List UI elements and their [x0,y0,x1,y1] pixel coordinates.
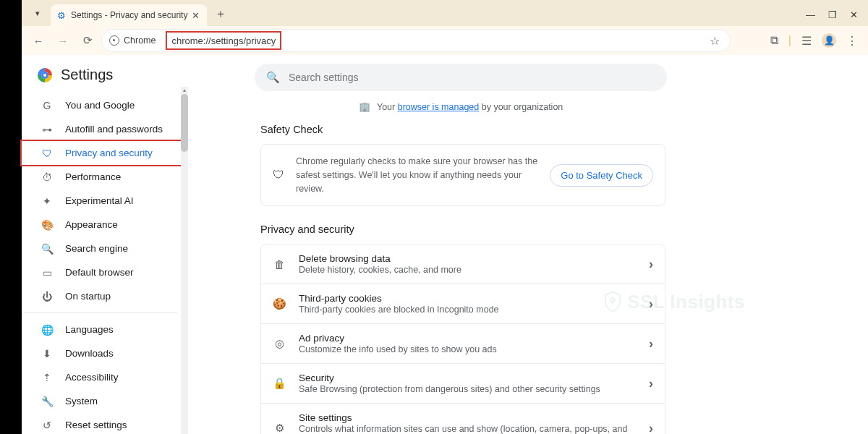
sidebar-item-languages[interactable]: 🌐Languages [22,318,178,341]
row-subtitle: Customize the info used by sites to show… [299,344,636,354]
sidebar-item-privacy-and-security[interactable]: 🛡Privacy and security [22,141,182,165]
sidebar-item-label: Experimental AI [65,195,134,206]
sidebar-item-appearance[interactable]: 🎨Appearance [22,213,178,237]
building-icon: 🏢 [359,101,370,112]
sidebar-item-label: You and Google [65,100,135,111]
sidebar-active-highlight: 🛡Privacy and security [20,140,184,166]
sidebar-item-icon: 🌐 [41,324,54,336]
sidebar-item-search-engine[interactable]: 🔍Search engine [22,237,178,260]
url-text: chrome://settings/privacy [171,35,276,46]
bookmark-star-icon[interactable]: ☆ [710,34,720,48]
reload-button[interactable]: ⟳ [77,30,98,51]
chevron-right-icon: › [649,336,653,352]
sidebar-item-icon: 🔧 [41,396,54,407]
sidebar-item-label: On startup [65,291,111,302]
settings-title: Settings [61,67,113,83]
privacy-row-delete-browsing-data[interactable]: 🗑Delete browsing dataDelete history, coo… [261,244,665,284]
sidebar-scrollbar-thumb[interactable] [181,94,188,152]
chevron-right-icon: › [649,376,653,391]
sidebar-item-reset-settings[interactable]: ↺Reset settings [22,413,178,434]
browser-toolbar: ← → ⟳ Chrome chrome://settings/privacy ☆… [22,26,868,55]
tab-strip: ▾ ⚙ Settings - Privacy and security ✕ ＋ … [22,0,868,26]
row-body: SecuritySafe Browsing (protection from d… [299,373,636,394]
sidebar-item-icon: ▭ [41,267,54,278]
settings-sidebar: Settings GYou and Google⊶Autofill and pa… [22,55,188,434]
managed-link[interactable]: browser is managed [398,102,480,112]
privacy-card: 🗑Delete browsing dataDelete history, coo… [260,244,665,434]
maximize-icon[interactable]: ❐ [828,9,837,20]
sidebar-item-icon: G [41,100,54,111]
safety-check-heading: Safety Check [260,119,839,144]
sidebar-item-you-and-google[interactable]: GYou and Google [22,93,178,117]
sidebar-item-performance[interactable]: ⏱Performance [22,165,178,189]
sidebar-item-label: Default browser [65,267,134,278]
sidebar-item-label: Performance [65,171,121,182]
window-controls: ― ❐ ✕ [806,9,868,26]
row-subtitle: Controls what information sites can use … [299,424,636,434]
row-body: Delete browsing dataDelete history, cook… [299,253,636,275]
back-button[interactable]: ← [27,30,49,51]
sidebar-item-icon: ⏱ [41,171,54,183]
row-icon: ◎ [273,337,286,350]
minimize-icon[interactable]: ― [806,9,815,20]
privacy-row-ad-privacy[interactable]: ◎Ad privacyCustomize the info used by si… [261,323,665,363]
sidebar-item-label: Reset settings [65,420,127,430]
search-icon: 🔍 [266,71,280,84]
url-highlight: chrome://settings/privacy [166,31,281,50]
site-chip: Chrome [109,35,160,46]
row-body: Third-party cookiesThird-party cookies a… [299,293,636,315]
sidebar-scrollbar-up[interactable]: ▴ [181,87,188,94]
separator: | [788,34,791,47]
row-icon: 🗑 [273,258,286,271]
privacy-row-third-party-cookies[interactable]: 🍪Third-party cookiesThird-party cookies … [261,284,665,323]
address-bar[interactable]: Chrome chrome://settings/privacy ☆ [101,29,731,52]
sidebar-item-label: Languages [65,324,114,335]
side-panel-icon[interactable]: ☰ [801,34,812,48]
sidebar-item-experimental-ai[interactable]: ✦Experimental AI [22,189,178,213]
chrome-logo-icon [38,68,52,82]
row-icon: 🔒 [273,377,286,390]
privacy-row-security[interactable]: 🔒SecuritySafe Browsing (protection from … [261,363,665,403]
forward-button[interactable]: → [52,30,74,51]
row-subtitle: Safe Browsing (protection from dangerous… [299,384,636,394]
settings-search[interactable]: 🔍 [255,64,667,91]
sidebar-item-default-browser[interactable]: ▭Default browser [22,260,178,284]
row-icon: 🍪 [273,297,286,310]
row-subtitle: Delete history, cookies, cache, and more [299,265,636,275]
profile-avatar[interactable]: 👤 [822,33,836,48]
sidebar-item-on-startup[interactable]: ⏻On startup [22,284,178,308]
privacy-row-site-settings[interactable]: ⚙Site settingsControls what information … [261,403,665,434]
sidebar-item-system[interactable]: 🔧System [22,389,178,413]
managed-banner: 🏢 Your browser is managed by your organi… [255,91,667,119]
extensions-icon[interactable]: ⧉ [770,34,778,47]
sidebar-item-label: Privacy and security [65,148,153,158]
chevron-right-icon: › [649,421,653,434]
sidebar-item-icon: ⇡ [41,372,54,383]
sidebar-item-icon: 🔍 [41,243,54,255]
sidebar-item-icon: 🛡 [41,148,54,159]
sidebar-item-icon: ✦ [41,195,54,207]
kebab-menu-icon[interactable]: ⋮ [846,34,858,48]
settings-search-input[interactable] [289,72,655,83]
close-window-icon[interactable]: ✕ [850,9,858,20]
sidebar-item-downloads[interactable]: ⬇Downloads [22,341,178,365]
chevron-right-icon: › [649,257,653,272]
row-subtitle: Third-party cookies are blocked in Incog… [299,305,636,315]
row-title: Third-party cookies [299,293,636,304]
sidebar-item-icon: ⊶ [41,124,54,135]
go-to-safety-check-button[interactable]: Go to Safety Check [550,164,653,187]
sidebar-item-label: Autofill and passwords [65,124,163,135]
chrome-icon [109,35,119,46]
sidebar-item-autofill-and-passwords[interactable]: ⊶Autofill and passwords [22,117,178,141]
sidebar-item-accessibility[interactable]: ⇡Accessibility [22,365,178,389]
new-tab-button[interactable]: ＋ [211,4,230,23]
shield-icon: 🛡 [273,169,284,182]
close-tab-icon[interactable]: ✕ [192,10,200,21]
browser-tab[interactable]: ⚙ Settings - Privacy and security ✕ [51,4,207,26]
privacy-heading: Privacy and security [260,206,839,244]
tab-search-button[interactable]: ▾ [27,3,48,23]
safety-check-card: 🛡 Chrome regularly checks to make sure y… [260,144,665,206]
chevron-right-icon: › [649,297,653,312]
row-title: Ad privacy [299,333,636,344]
sidebar-item-label: Appearance [65,219,118,230]
